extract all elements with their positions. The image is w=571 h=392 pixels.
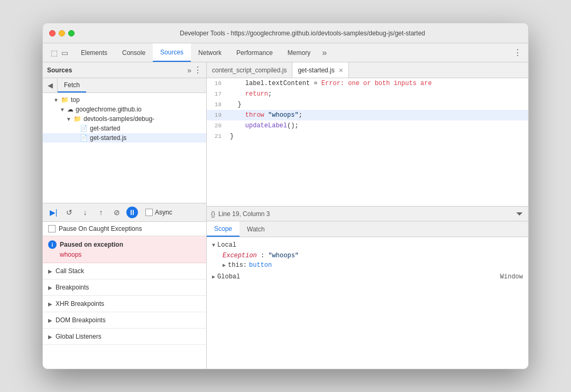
status-bar: {} Line 19, Column 3 ⏷: [207, 206, 528, 221]
tree-label-folder: devtools-samples/debug-: [84, 115, 154, 123]
scope-exception-key: Exception: [223, 252, 257, 259]
code-tab-get-started[interactable]: get-started.js ×: [292, 62, 349, 78]
code-tab-compiled[interactable]: content_script_compiled.js: [207, 62, 292, 78]
status-text: Line 19, Column 3: [218, 210, 270, 218]
devtools-body: Sources » ⋮ ◀ Fetch ▼ 📁 top ▼ ☁ goog: [43, 62, 528, 369]
devtools-menu-button[interactable]: ⋮: [509, 48, 526, 58]
tree-label-domain: googlechrome.github.io: [76, 106, 142, 113]
line-num-19: 19: [207, 112, 226, 118]
close-button[interactable]: [49, 30, 56, 36]
pause-exception-checkbox[interactable]: [48, 225, 56, 232]
fetch-back-button[interactable]: ◀: [43, 78, 58, 92]
section-call-stack[interactable]: ▶ Call Stack: [43, 263, 206, 279]
mobile-icon[interactable]: ▭: [60, 48, 69, 58]
sources-panel-label: Sources: [47, 67, 187, 74]
file-icon: 📄: [80, 125, 88, 132]
scope-global-arrow: ▶: [212, 274, 215, 280]
tree-item-top[interactable]: ▼ 📁 top: [43, 95, 206, 105]
scope-this-arrow: ▶: [223, 262, 226, 268]
step-into-button[interactable]: ↓: [79, 206, 91, 219]
cursor-icon[interactable]: ⬚: [49, 48, 59, 58]
left-panel: Sources » ⋮ ◀ Fetch ▼ 📁 top ▼ ☁ goog: [43, 62, 207, 369]
scope-this-item[interactable]: ▶ this: button: [212, 260, 523, 270]
step-over-button[interactable]: ↺: [63, 206, 76, 219]
tree-item-get-started-js[interactable]: 📄 get-started.js: [43, 133, 206, 143]
line-num-20: 20: [207, 123, 226, 129]
minimize-button[interactable]: [59, 30, 65, 36]
scope-global-row[interactable]: ▶ Global Window: [207, 271, 528, 283]
tree-arrow-domain: ▼: [60, 107, 65, 113]
section-label-breakpoints: Breakpoints: [56, 284, 89, 291]
tree-item-domain[interactable]: ▼ ☁ googlechrome.github.io: [43, 105, 206, 114]
info-icon: i: [48, 240, 57, 249]
async-checkbox[interactable]: [145, 209, 153, 216]
cloud-icon: ☁: [67, 106, 73, 113]
sources-kebab[interactable]: ⋮: [194, 65, 202, 75]
section-arrow-breakpoints: ▶: [48, 285, 52, 291]
scope-local-section: ▼ Local Exception : "whoops" ▶ this: but…: [207, 240, 528, 271]
section-xhr-breakpoints[interactable]: ▶ XHR Breakpoints: [43, 296, 206, 312]
line-content-20: updateLabel();: [226, 122, 299, 129]
section-arrow-callstack: ▶: [48, 268, 52, 274]
async-label: Async: [145, 209, 172, 216]
tree-item-folder[interactable]: ▼ 📁 devtools-samples/debug-: [43, 114, 206, 124]
sources-chevron[interactable]: »: [187, 66, 191, 74]
code-tab-close-button[interactable]: ×: [339, 66, 343, 74]
scope-tab-watch[interactable]: Watch: [240, 221, 272, 237]
devtools-tabbar: ⬚ ▭ Elements Console Sources Network Per…: [43, 43, 528, 62]
code-tab-compiled-label: content_script_compiled.js: [212, 67, 287, 74]
file-tree: ▼ 📁 top ▼ ☁ googlechrome.github.io ▼ 📁 d…: [43, 93, 206, 203]
js-file-icon: 📄: [80, 134, 88, 142]
line-num-17: 17: [207, 91, 226, 97]
code-tab-get-started-label: get-started.js: [298, 67, 334, 74]
fetch-tab[interactable]: Fetch: [58, 78, 86, 92]
pause-exception-row: Pause On Caught Exceptions: [43, 222, 206, 236]
subfolder-icon: 📁: [73, 115, 81, 123]
sources-subbar: Sources » ⋮: [43, 62, 206, 78]
resume-button[interactable]: ▶|: [47, 206, 60, 219]
exception-title: Paused on exception: [60, 241, 123, 248]
tab-elements[interactable]: Elements: [73, 43, 115, 62]
code-line-20: 20 updateLabel();: [207, 120, 528, 131]
devtools-window: Developer Tools - https://googlechrome.g…: [42, 23, 529, 369]
section-global-listeners[interactable]: ▶ Global Listeners: [43, 329, 206, 345]
scope-content: ▼ Local Exception : "whoops" ▶ this: but…: [207, 237, 528, 369]
right-panel: content_script_compiled.js get-started.j…: [207, 62, 528, 369]
code-line-19: 19 throw "whoops";: [207, 110, 528, 120]
line-content-18: }: [226, 101, 242, 108]
section-breakpoints[interactable]: ▶ Breakpoints: [43, 279, 206, 296]
step-out-button[interactable]: ↑: [95, 206, 107, 219]
tab-network[interactable]: Network: [191, 43, 229, 62]
async-text: Async: [155, 209, 172, 216]
tab-console[interactable]: Console: [115, 43, 153, 62]
code-tabbar: content_script_compiled.js get-started.j…: [207, 62, 528, 78]
scope-tab-scope[interactable]: Scope: [207, 221, 240, 237]
code-area[interactable]: 16 label.textContent = Error: one or bot…: [207, 78, 528, 206]
status-expand-button[interactable]: ⏷: [515, 209, 524, 219]
scope-exception-item: Exception : "whoops": [212, 251, 523, 260]
more-tabs-button[interactable]: »: [318, 48, 331, 58]
tab-performance[interactable]: Performance: [229, 43, 280, 62]
tree-label-top: top: [71, 96, 80, 104]
scope-this-value: button: [249, 262, 272, 269]
pause-button[interactable]: ⏸: [126, 207, 138, 218]
line-num-18: 18: [207, 101, 226, 108]
tab-memory[interactable]: Memory: [280, 43, 318, 62]
traffic-lights: [49, 30, 75, 36]
window-title: Developer Tools - https://googlechrome.g…: [83, 30, 522, 37]
devtools-icons: ⬚ ▭: [45, 43, 73, 62]
deactivate-button[interactable]: ⊘: [110, 206, 123, 219]
section-arrow-xhr: ▶: [48, 301, 52, 307]
maximize-button[interactable]: [68, 30, 75, 36]
exception-banner: i Paused on exception whoops: [43, 236, 206, 263]
code-line-21: 21 }: [207, 131, 528, 142]
section-list: ▶ Call Stack ▶ Breakpoints ▶ XHR Breakpo…: [43, 263, 206, 369]
code-line-18: 18 }: [207, 99, 528, 110]
line-content-17: return;: [226, 90, 272, 98]
tab-sources[interactable]: Sources: [153, 43, 191, 62]
folder-icon: 📁: [61, 96, 69, 104]
scope-local-arrow: ▼: [212, 242, 215, 248]
tree-item-get-started[interactable]: 📄 get-started: [43, 124, 206, 133]
scope-local-header: ▼ Local: [212, 241, 523, 249]
section-dom-breakpoints[interactable]: ▶ DOM Breakpoints: [43, 312, 206, 329]
